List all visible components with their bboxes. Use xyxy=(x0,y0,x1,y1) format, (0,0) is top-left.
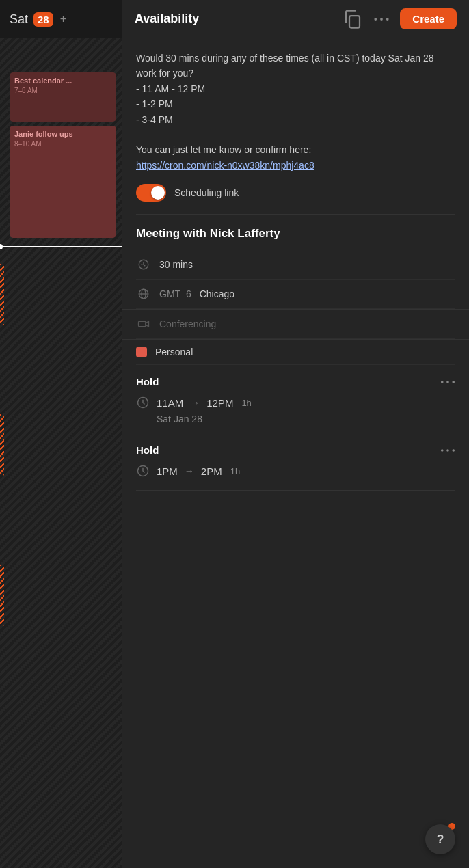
conferencing-row[interactable]: Conferencing xyxy=(136,310,455,339)
svg-point-2 xyxy=(380,18,383,21)
hold-more-button-1[interactable] xyxy=(440,380,455,384)
add-event-icon[interactable]: + xyxy=(60,13,66,25)
sidebar: Sat 28 + Best calendar ... 7–8 AM Janie … xyxy=(0,0,122,868)
sidebar-event-time: 8–10 AM xyxy=(14,140,111,148)
svg-point-1 xyxy=(375,18,377,21)
hold-header-2: Hold xyxy=(136,444,455,456)
video-icon xyxy=(136,316,151,331)
scheduling-link-toggle[interactable] xyxy=(136,184,166,202)
busy-block-stripe-3 xyxy=(0,565,4,626)
copy-icon xyxy=(343,9,363,29)
svg-point-9 xyxy=(441,381,444,383)
create-button[interactable]: Create xyxy=(400,8,457,29)
hold-start-time-1: 11AM xyxy=(157,397,183,409)
svg-point-15 xyxy=(452,449,455,452)
duration-text: 30 mins xyxy=(159,259,193,270)
toggle-knob xyxy=(151,186,165,200)
duration-row: 30 mins xyxy=(136,250,455,280)
timezone-city: Chicago xyxy=(200,288,234,299)
copy-button[interactable] xyxy=(343,9,363,29)
globe-icon xyxy=(136,286,151,301)
panel-header: Availability Create xyxy=(122,0,469,38)
meeting-title: Meeting with Nick Lafferty xyxy=(136,215,455,250)
hold-title-2: Hold xyxy=(136,444,159,456)
availability-text: Would 30 mins during any of these times … xyxy=(136,51,455,173)
sidebar-header: Sat 28 + xyxy=(0,0,122,38)
header-actions: Create xyxy=(343,8,457,29)
hold-section-2: Hold 1PM → 2PM xyxy=(136,433,455,491)
hold-clock-icon-1 xyxy=(136,396,150,409)
scheduling-link-toggle-row: Scheduling link xyxy=(136,184,455,215)
svg-point-10 xyxy=(446,381,449,383)
hold-more-button-2[interactable] xyxy=(440,448,455,452)
sidebar-event-title: Janie follow ups xyxy=(14,129,111,139)
panel-title: Availability xyxy=(135,12,199,26)
hold-ellipsis-icon-2 xyxy=(440,448,455,452)
hold-start-time-2: 1PM xyxy=(157,465,178,477)
timezone-row: GMT–6 Chicago xyxy=(136,280,455,309)
ellipsis-icon xyxy=(371,9,392,29)
main-panel: Availability Create Would 30 mins durin xyxy=(122,0,469,868)
hold-duration-1: 1h xyxy=(241,398,251,408)
svg-point-14 xyxy=(446,449,449,452)
hold-time-row-2: 1PM → 2PM 1h xyxy=(136,464,455,478)
svg-rect-8 xyxy=(139,321,146,327)
hold-date-1: Sat Jan 28 xyxy=(136,413,455,424)
date-badge: 28 xyxy=(34,12,53,27)
hold-header-1: Hold xyxy=(136,376,455,388)
sidebar-event-janie[interactable]: Janie follow ups 8–10 AM xyxy=(10,126,116,238)
hold-title-1: Hold xyxy=(136,376,159,388)
hold-arrow-1: → xyxy=(190,397,200,408)
more-options-button[interactable] xyxy=(371,9,392,29)
hold-ellipsis-icon-1 xyxy=(440,380,455,384)
hold-end-time-2: 2PM xyxy=(201,465,222,477)
hold-clock-icon-2 xyxy=(136,464,150,478)
calendar-color-dot xyxy=(136,347,147,357)
conferencing-placeholder: Conferencing xyxy=(159,318,216,329)
sidebar-body: Best calendar ... 7–8 AM Janie follow up… xyxy=(0,38,122,868)
sidebar-event-best-calendar[interactable]: Best calendar ... 7–8 AM xyxy=(10,72,116,122)
hold-arrow-2: → xyxy=(185,465,194,476)
current-time-indicator xyxy=(0,246,122,247)
hold-section-1: Hold 11AM → 12PM xyxy=(136,365,455,433)
svg-point-13 xyxy=(441,449,444,452)
svg-point-11 xyxy=(452,381,455,383)
duration-icon xyxy=(136,257,151,272)
sidebar-event-time: 7–8 AM xyxy=(14,87,111,94)
date-label: Sat xyxy=(10,12,28,27)
svg-rect-0 xyxy=(349,16,360,28)
help-button[interactable]: ? xyxy=(425,824,455,854)
busy-block-stripe-2 xyxy=(0,414,4,476)
sidebar-event-title: Best calendar ... xyxy=(14,76,111,85)
scheduling-link-label: Scheduling link xyxy=(174,187,239,198)
hold-time-row-1: 11AM → 12PM 1h xyxy=(136,396,455,409)
svg-point-3 xyxy=(386,18,389,21)
hold-duration-2: 1h xyxy=(230,466,240,476)
calendar-row: Personal xyxy=(136,340,455,365)
calendar-name: Personal xyxy=(155,347,193,357)
panel-content: Would 30 mins during any of these times … xyxy=(122,38,469,868)
timezone-label: GMT–6 xyxy=(159,288,191,299)
hold-end-time-1: 12PM xyxy=(206,397,233,409)
scheduling-link[interactable]: https://cron.com/nick-n0xw38kn/mphj4ac8 xyxy=(136,160,314,171)
busy-block-stripe-1 xyxy=(0,264,4,325)
